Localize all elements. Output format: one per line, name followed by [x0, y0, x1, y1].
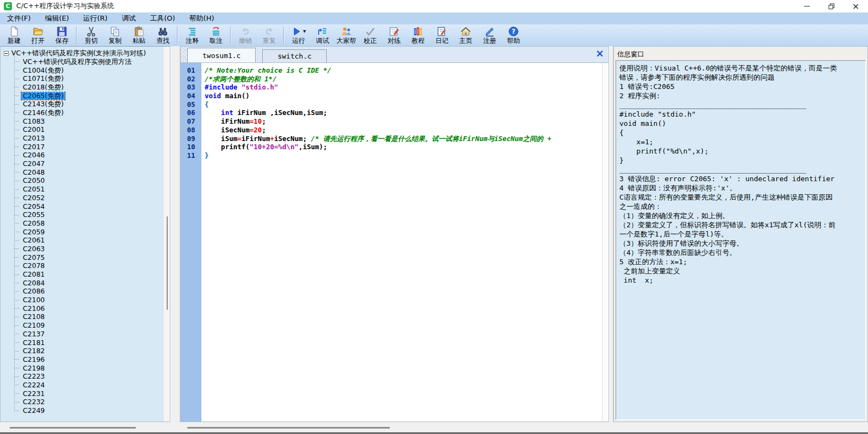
restore-button[interactable] [819, 0, 844, 12]
editor-vertical-scrollbar[interactable] [602, 63, 609, 422]
tree-item-c2051[interactable]: C2051 [14, 185, 170, 194]
editor-body: 0102030405060708091011 /* Note:Your choi… [181, 63, 609, 422]
toolbar-button-register[interactable]: 注册 [478, 25, 502, 45]
toolbar-button-help[interactable]: ?帮助 [502, 25, 525, 45]
toolbar-button-label: 运行 [292, 37, 305, 45]
toolbar-button-label: 教程 [411, 37, 425, 45]
tree-item-c2055[interactable]: C2055 [14, 210, 170, 219]
tree-collapse-icon[interactable] [4, 51, 9, 56]
toolbar-button-home[interactable]: 主页 [454, 25, 478, 45]
tree-item-c2086[interactable]: C2086 [14, 288, 170, 296]
editor-horizontal-scrollbar-thumb[interactable] [187, 427, 390, 429]
toolbar-button-find[interactable]: 查找 [151, 25, 175, 45]
tree-item-c2198[interactable]: C2198 [14, 364, 170, 373]
toolbar-button-open-folder[interactable]: 打开 [26, 25, 50, 45]
tree-item-c2232[interactable]: C2232 [14, 398, 170, 407]
tree-item-c2058[interactable]: C2058 [14, 219, 170, 228]
tree-item-c2108[interactable]: C2108 [14, 313, 170, 322]
toolbar-button-new-file[interactable]: 新建 [2, 25, 26, 45]
code-segment: ; [262, 117, 266, 125]
toolbar-button-cut[interactable]: 剪切 [79, 25, 103, 45]
toolbar-button-uncomment[interactable]: 取注 [204, 25, 228, 45]
toolbar-button-practice[interactable]: 对练 [382, 25, 406, 45]
menu-item-3[interactable]: 运行(R) [76, 12, 115, 24]
tree-item-c2137[interactable]: C2137 [14, 330, 170, 339]
tree-item-c2017[interactable]: C2017 [14, 143, 170, 151]
tree-root[interactable]: VC++错误代码及程序实例(支持演示与对练) [3, 49, 170, 58]
tree-item-c2018[interactable]: C2018(免费) [14, 83, 170, 92]
tree-horizontal-scrollbar-thumb[interactable] [10, 427, 136, 429]
toolbar-button-community-help[interactable]: 大家帮 [334, 25, 358, 45]
tree-item-c2047[interactable]: C2047 [14, 159, 170, 168]
practice-icon [389, 25, 400, 37]
menu-item-1[interactable]: 文件(F) [0, 12, 38, 24]
menu-item-2[interactable]: 编辑(E) [38, 12, 76, 24]
code-area[interactable]: /* Note:Your choice is C IDE *//*求两个整数的和… [201, 63, 602, 422]
tree-item-c2106[interactable]: C2106 [14, 304, 170, 313]
toolbar-button-comment[interactable]: 注释 [180, 25, 204, 45]
toolbar-button-copy[interactable]: 复制 [103, 25, 127, 45]
toolbar-button-paste[interactable]: 粘贴 [127, 25, 151, 45]
tab-close-icon[interactable]: × [595, 48, 604, 59]
tree-item-c2061[interactable]: C2061 [14, 236, 170, 245]
tree-item-c2146[interactable]: C2146(免费) [14, 108, 170, 117]
tree-item-c2001[interactable]: C2001 [14, 126, 170, 135]
close-icon: × [852, 2, 859, 11]
tree-item-c2084[interactable]: C2084 [14, 279, 170, 288]
close-button[interactable]: × [844, 0, 868, 12]
toolbar-button-run[interactable]: ▼运行 [287, 25, 311, 45]
tree-item-c2231[interactable]: C2231 [14, 390, 170, 398]
splitter-left[interactable] [170, 46, 180, 422]
toolbar-button-debug[interactable]: 调试 [311, 25, 334, 45]
tree-item-c2109[interactable]: C2109 [14, 321, 170, 330]
tab-switch-c[interactable]: switch.c [262, 49, 327, 62]
tree-item-c2196[interactable]: C2196 [14, 355, 170, 364]
toolbar-button-check[interactable]: 校正 [358, 25, 382, 45]
tree-vertical-scrollbar-thumb[interactable] [167, 216, 168, 310]
tree-item-label: C2137 [21, 330, 47, 338]
tree-item-c2181[interactable]: C2181 [14, 339, 170, 347]
tree-item-label: C2084 [21, 279, 47, 287]
tree-item-c2078[interactable]: C2078 [14, 262, 170, 271]
menu-item-4[interactable]: 调试 [115, 12, 143, 24]
tree-item-c2050[interactable]: C2050 [14, 177, 170, 186]
tree-item-c2249[interactable]: C2249 [14, 406, 170, 415]
tree-vertical-scrollbar[interactable] [163, 47, 170, 422]
toolbar-button-label: 查找 [156, 37, 169, 45]
menu-item-6[interactable]: 帮助(H) [182, 12, 221, 24]
splitter-right[interactable] [609, 46, 613, 422]
tree-item-c2223[interactable]: C2223 [14, 372, 170, 381]
tree-item-c2100[interactable]: C2100 [14, 296, 170, 304]
tree-item-c2063[interactable]: C2063 [14, 245, 170, 253]
tree-item-c2059[interactable]: C2059 [14, 228, 170, 237]
tab-twosum1-c[interactable]: twosum1.c [187, 48, 256, 62]
community-help-icon [341, 25, 352, 37]
tree-item-c1083[interactable]: C1083 [14, 117, 170, 126]
toolbar-button-save[interactable]: 保存 [50, 25, 74, 45]
tree-item-label: C1071(免费) [21, 75, 65, 82]
minimize-button[interactable] [795, 0, 819, 12]
toolbar-button-label: 大家帮 [337, 37, 356, 45]
toolbar-separator [177, 27, 178, 44]
tree-item-c1071[interactable]: C1071(免费) [14, 74, 170, 83]
tree-item-c1004[interactable]: C1004(免费) [14, 66, 170, 75]
code-segment: =10 [250, 117, 262, 125]
tree-item-c2054[interactable]: C2054 [14, 202, 170, 211]
tree-item-c2013[interactable]: C2013 [14, 134, 170, 143]
tree-item-vc[interactable]: VC++错误代码及程序实例使用方法 [14, 58, 170, 66]
code-segment [205, 108, 221, 117]
tree-item-c2065[interactable]: C2065(免费) [14, 92, 170, 100]
tree-item-c2048[interactable]: C2048 [14, 168, 170, 177]
toolbar-button-tutorial[interactable]: 教程 [406, 25, 430, 45]
tree-item-c2224[interactable]: C2224 [14, 381, 170, 390]
tree-item-c2182[interactable]: C2182 [14, 347, 170, 355]
tree-item-c2143[interactable]: C2143(免费) [14, 100, 170, 108]
menu-item-5[interactable]: 工具(O) [143, 12, 182, 24]
code-segment: "10+20=%d\n" [250, 143, 299, 151]
tree-item-c2081[interactable]: C2081 [14, 270, 170, 279]
run-dropdown-icon[interactable]: ▼ [303, 29, 306, 34]
tree-item-c2046[interactable]: C2046 [14, 151, 170, 160]
toolbar-button-diary[interactable]: 日记 [430, 25, 454, 45]
tree-item-c2075[interactable]: C2075 [14, 253, 170, 262]
tree-item-c2052[interactable]: C2052 [14, 194, 170, 202]
